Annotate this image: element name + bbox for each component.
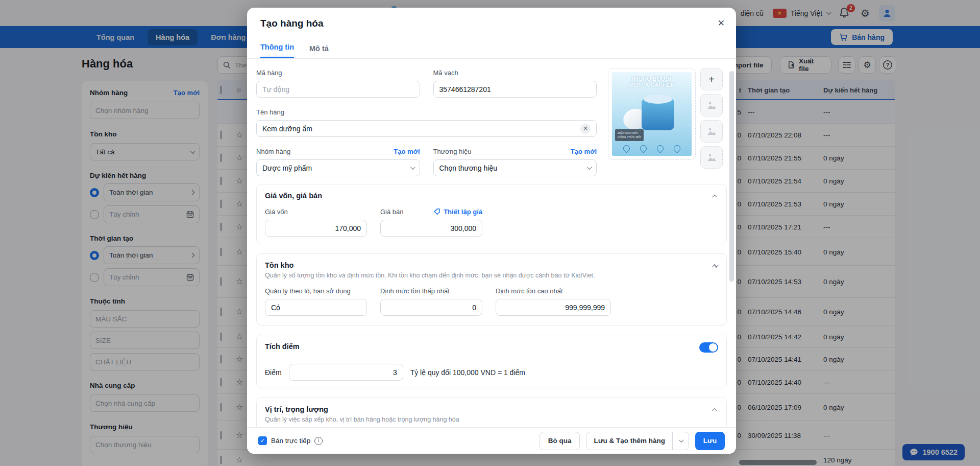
price-tag-icon (433, 208, 440, 215)
save-button[interactable]: Lưu (695, 432, 725, 450)
code-label: Mã hàng (256, 69, 282, 77)
chevron-down-icon (587, 165, 592, 170)
stock-section: Tồn kho Quản lý số lượng tồn kho và định… (256, 253, 727, 325)
position-section-subtitle: Quản lý việc sắp xếp kho, vị trí bán hàn… (265, 416, 718, 423)
points-input[interactable]: 3 (289, 364, 403, 381)
tab-description[interactable]: Mô tả (309, 44, 329, 58)
points-label: Điểm (265, 368, 282, 377)
product-image-panel: HYDRO BOOSTMỚI VÀ CẢI TIẾN DIỆN MẠO MỚIC… (608, 68, 723, 176)
photo-placeholder-icon (706, 126, 717, 137)
image-placeholder-1[interactable] (700, 94, 723, 116)
photo-placeholder-icon (706, 100, 717, 111)
product-name-input[interactable]: Kem dưỡng ẩm ✕ (256, 120, 597, 137)
lot-select[interactable]: Có (265, 299, 367, 316)
add-image-button[interactable]: + (700, 68, 723, 90)
modal-vertical-scrollbar[interactable] (729, 71, 734, 282)
modal-body: Mã hàng Tự động Mã vạch 3574661287201 Tê… (247, 59, 736, 427)
price-section: Giá vốn, giá bán Giá vốn 170,000 Giá bán… (256, 184, 727, 244)
name-label: Tên hàng (256, 108, 284, 116)
position-section-title: Vị trí, trọng lượng (265, 405, 718, 413)
brand-label: Thương hiệu (433, 148, 472, 155)
photo-badge-text: DIỆN MẠO MỚICÔNG THỨC MỚI (615, 129, 644, 141)
product-photo: HYDRO BOOSTMỚI VÀ CẢI TIẾN DIỆN MẠO MỚIC… (612, 72, 692, 156)
cost-price-input[interactable]: 170,000 (265, 220, 367, 237)
group-select[interactable]: Dược mỹ phẩm (256, 159, 420, 176)
min-stock-input[interactable]: 0 (380, 299, 482, 316)
create-brand-link[interactable]: Tạo mới (571, 148, 597, 155)
close-icon[interactable]: ✕ (718, 18, 725, 29)
points-toggle[interactable] (699, 342, 718, 353)
create-product-modal: Tạo hàng hóa ✕ Thông tin Mô tả Mã hàng T… (247, 8, 736, 454)
stock-section-subtitle: Quản lý số lượng tồn kho và định mức tồn… (265, 272, 718, 279)
barcode-input[interactable]: 3574661287201 (433, 81, 597, 98)
chevron-down-icon (679, 437, 684, 442)
app-root: KiotViet diện cũ ★ Tiếng Việt 2 ⚙ Tổng q… (0, 0, 980, 466)
lot-label: Quản lý theo lô, hạn sử dụng (265, 287, 351, 295)
price-section-title: Giá vốn, giá bán (265, 192, 718, 200)
points-section: Tích điểm Điểm 3 Tỷ lệ quy đổi 100,000 V… (256, 335, 727, 388)
cost-price-label: Giá vốn (265, 208, 288, 216)
photo-placeholder-icon (706, 152, 717, 163)
photo-feature-icons (612, 145, 692, 152)
info-icon[interactable]: i (314, 437, 323, 445)
min-stock-label: Định mức tồn thấp nhất (380, 287, 450, 295)
group-label: Nhóm hàng (256, 148, 290, 155)
modal-title: Tạo hàng hóa (260, 18, 324, 29)
modal-footer: ✓ Bán trực tiếp i Bỏ qua Lưu & Tạo thêm … (247, 427, 736, 454)
points-section-title: Tích điểm (265, 342, 718, 351)
chevron-down-icon (410, 165, 415, 170)
direct-sale-checkbox[interactable]: ✓ (258, 436, 267, 445)
save-and-new-button[interactable]: Lưu & Tạo thêm hàng (586, 432, 689, 450)
clear-name-icon[interactable]: ✕ (580, 124, 591, 134)
sale-price-label: Giá bán (380, 208, 404, 216)
product-code-input[interactable]: Tự động (256, 81, 420, 98)
tab-info[interactable]: Thông tin (260, 43, 294, 58)
barcode-label: Mã vạch (433, 69, 458, 77)
max-stock-label: Định mức tồn cao nhất (496, 287, 563, 295)
brand-select[interactable]: Chọn thương hiệu (433, 159, 597, 176)
image-placeholder-3[interactable] (700, 146, 723, 169)
points-rate-text: Tỷ lệ quy đổi 100,000 VND = 1 điểm (410, 368, 525, 377)
setup-price-link[interactable]: Thiết lập giá (433, 208, 482, 216)
create-group-link[interactable]: Tạo mới (394, 148, 420, 155)
image-placeholder-2[interactable] (700, 120, 723, 143)
max-stock-input[interactable]: 999,999,999 (496, 299, 611, 316)
modal-tabs: Thông tin Mô tả (247, 38, 736, 59)
sale-price-input[interactable]: 300,000 (380, 220, 482, 237)
position-section: Vị trí, trọng lượng Quản lý việc sắp xếp… (256, 398, 727, 427)
save-options-dropdown[interactable] (672, 432, 689, 450)
jar-graphic (642, 99, 674, 130)
product-main-image[interactable]: HYDRO BOOSTMỚI VÀ CẢI TIẾN DIỆN MẠO MỚIC… (608, 68, 696, 160)
direct-sale-label: Bán trực tiếp (271, 437, 310, 445)
stock-section-title: Tồn kho (265, 261, 718, 269)
skip-button[interactable]: Bỏ qua (540, 432, 580, 450)
